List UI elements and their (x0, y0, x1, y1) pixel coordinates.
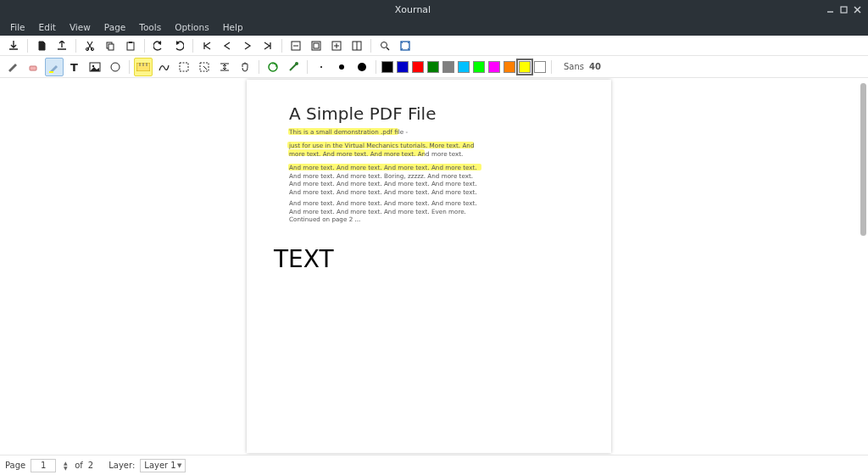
svg-rect-1 (841, 7, 847, 13)
line-style[interactable] (284, 58, 303, 76)
menu-view[interactable]: View (63, 20, 97, 34)
pen-tool[interactable] (4, 58, 23, 76)
svg-line-20 (387, 48, 389, 50)
vertical-space[interactable] (215, 58, 234, 76)
shape-recognizer[interactable] (154, 58, 173, 76)
svg-rect-13 (314, 43, 319, 48)
zoom-in-button[interactable] (328, 37, 345, 54)
color-blue[interactable] (397, 61, 409, 73)
separator (144, 39, 145, 53)
color-lightblue[interactable] (458, 61, 470, 73)
svg-rect-7 (108, 44, 114, 50)
color-white[interactable] (534, 61, 546, 73)
paste-button[interactable] (122, 37, 139, 54)
svg-point-27 (111, 63, 120, 71)
menu-bar: File Edit View Page Tools Options Help (0, 19, 868, 36)
vertical-scrollbar[interactable] (860, 78, 866, 455)
separator (307, 60, 308, 74)
color-yellow[interactable] (519, 61, 531, 73)
new-button[interactable] (33, 37, 50, 54)
tools-toolbar: T Sans 40 (0, 56, 868, 78)
thickness-fine[interactable] (312, 58, 331, 76)
copy-button[interactable] (102, 37, 119, 54)
menu-options[interactable]: Options (168, 20, 216, 34)
page-number-input[interactable]: 1 (31, 459, 56, 472)
separator (370, 39, 371, 53)
undo-button[interactable] (150, 37, 167, 54)
svg-text:T: T (70, 61, 78, 73)
prev-page-button[interactable] (219, 37, 236, 54)
cut-button[interactable] (81, 37, 98, 54)
of-label: of (75, 461, 83, 470)
canvas-area[interactable]: A Simple PDF File This is a small demons… (0, 78, 868, 455)
scrollbar-thumb[interactable] (860, 83, 866, 236)
status-bar: Page 1 ▲▼ of 2 Layer: Layer 1 ▼ (0, 455, 868, 475)
separator (281, 39, 282, 53)
svg-rect-23 (49, 71, 53, 73)
highlighter-tool[interactable] (45, 58, 64, 76)
color-orange[interactable] (504, 61, 515, 73)
text-annotation[interactable]: TEXT (274, 245, 334, 273)
color-lightgreen[interactable] (473, 61, 485, 73)
color-magenta[interactable] (488, 61, 500, 73)
svg-point-38 (320, 66, 322, 68)
layer-dropdown[interactable]: Layer 1 ▼ (140, 459, 186, 472)
app-title: Xournal (0, 4, 826, 15)
total-pages: 2 (88, 461, 93, 470)
menu-file[interactable]: File (3, 20, 32, 34)
svg-point-36 (269, 63, 277, 71)
last-page-button[interactable] (259, 37, 276, 54)
font-size-label[interactable]: 40 (589, 62, 601, 71)
layer-label: Layer: (108, 461, 135, 470)
zoom-width-button[interactable] (348, 37, 365, 54)
minimize-button[interactable] (826, 5, 834, 14)
font-family-label[interactable]: Sans (564, 62, 584, 71)
document-paragraph: And more text. And more text. And more t… (289, 164, 482, 197)
separator (27, 39, 28, 53)
separator (259, 60, 259, 74)
color-black[interactable] (381, 61, 393, 73)
eraser-tool[interactable] (25, 58, 43, 76)
ruler-option[interactable] (134, 58, 153, 76)
close-button[interactable] (853, 5, 861, 14)
color-gray[interactable] (442, 61, 454, 73)
document-page[interactable]: A Simple PDF File This is a small demons… (247, 80, 611, 453)
svg-rect-32 (180, 63, 188, 71)
color-red[interactable] (412, 61, 424, 73)
next-page-button[interactable] (239, 37, 256, 54)
document-paragraph: This is a small demonstration .pdf file … (289, 128, 482, 137)
svg-rect-22 (30, 66, 36, 70)
fullscreen-button[interactable] (397, 37, 414, 54)
menu-tools[interactable]: Tools (132, 20, 168, 34)
thickness-thick[interactable] (353, 58, 371, 76)
menu-help[interactable]: Help (216, 20, 250, 34)
page-label: Page (5, 461, 25, 470)
maximize-button[interactable] (839, 5, 848, 14)
chevron-down-icon: ▼ (177, 462, 181, 469)
thickness-medium[interactable] (332, 58, 351, 76)
image-tool[interactable] (86, 58, 104, 76)
title-bar: Xournal (0, 0, 868, 19)
hand-tool[interactable] (236, 58, 254, 76)
page-spinner[interactable]: ▲▼ (61, 461, 70, 471)
first-page-button[interactable] (198, 37, 215, 54)
document-title: A Simple PDF File (289, 103, 436, 124)
zoom-fit-button[interactable] (308, 37, 325, 54)
select-region[interactable] (175, 58, 193, 76)
open-button[interactable] (53, 37, 70, 54)
color-green[interactable] (427, 61, 439, 73)
svg-point-37 (295, 62, 298, 65)
text-tool[interactable]: T (65, 58, 84, 76)
default-tool[interactable] (264, 58, 282, 76)
menu-page[interactable]: Page (97, 20, 132, 34)
zoom-out-button[interactable] (287, 37, 304, 54)
menu-edit[interactable]: Edit (32, 20, 63, 34)
select-rectangle[interactable] (195, 58, 214, 76)
zoom-tool-button[interactable] (376, 37, 393, 54)
redo-button[interactable] (170, 37, 187, 54)
shapes-tool[interactable] (106, 58, 125, 76)
svg-point-40 (358, 63, 366, 71)
svg-rect-9 (129, 42, 132, 43)
svg-point-39 (339, 64, 344, 70)
save-button[interactable] (5, 37, 22, 54)
